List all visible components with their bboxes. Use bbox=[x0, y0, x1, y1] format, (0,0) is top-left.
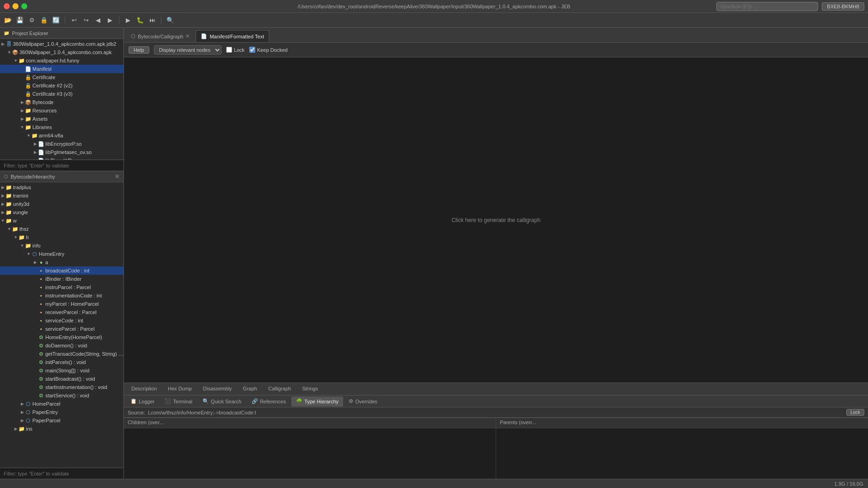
tree-item-4[interactable]: 🔒Certificate bbox=[0, 73, 123, 81]
tree-item-20[interactable]: ⚙getTransactCode(String, String) : int bbox=[0, 350, 123, 358]
tree-label-4: w bbox=[13, 218, 123, 223]
hierarchy-close-button[interactable]: ✕ bbox=[115, 173, 120, 180]
bottom-tab-disassembly[interactable]: Disassembly bbox=[197, 383, 237, 395]
keep-docked-checkbox[interactable] bbox=[249, 47, 255, 53]
tree-item-19[interactable]: ⚙doDaemon() : void bbox=[0, 341, 123, 350]
toolbar-refresh-icon[interactable]: 🔄 bbox=[51, 15, 61, 25]
tree-item-9[interactable]: ▶●a bbox=[0, 258, 123, 266]
omnibox-input[interactable] bbox=[716, 2, 818, 11]
display-nodes-select[interactable]: Display relevant nodes bbox=[154, 45, 222, 55]
tree-item-3[interactable]: 📄Manifest bbox=[0, 65, 123, 73]
tree-item-27[interactable]: ▶⬡PaperEntry bbox=[0, 408, 123, 416]
tree-item-9[interactable]: ▶📁Assets bbox=[0, 115, 123, 123]
help-button[interactable]: Help bbox=[129, 46, 149, 54]
calligraph-hint[interactable]: Click here to generate the calligraph bbox=[451, 217, 540, 223]
tree-item-2[interactable]: ▶📁unity3d bbox=[0, 200, 123, 208]
toolbar-run-icon[interactable]: ▶ bbox=[123, 15, 133, 25]
tree-item-1[interactable]: ▼📦360Wallpaper_1.0.4_apkcombo.com.apk bbox=[0, 48, 123, 56]
logger-tab-type-hierarchy[interactable]: 🌳Type Hierarchy bbox=[291, 396, 343, 407]
tree-item-28[interactable]: ▶⬡PaperParcel bbox=[0, 416, 123, 425]
tree-item-10[interactable]: ▪broadcastCode : int bbox=[0, 266, 123, 275]
jeb-button[interactable]: ΒΧΕ8-ΒΚΜΗ8 bbox=[822, 2, 864, 11]
tab-close-0[interactable]: ✕ bbox=[185, 33, 190, 39]
toolbar-back-icon[interactable]: ◀ bbox=[93, 15, 103, 25]
toolbar-separator-3 bbox=[161, 16, 161, 25]
toolbar-open-icon[interactable]: 📂 bbox=[3, 15, 13, 25]
logger-tab-logger[interactable]: 📋Logger bbox=[126, 396, 159, 407]
bottom-tab-strings[interactable]: Strings bbox=[296, 383, 323, 395]
toolbar-settings-icon[interactable]: ⚙ bbox=[27, 15, 37, 25]
project-filter-input[interactable] bbox=[0, 160, 123, 171]
tree-item-12[interactable]: ▶📄libEncryptorP.so bbox=[0, 140, 123, 148]
logger-tab-references[interactable]: 🔗References bbox=[247, 396, 290, 407]
tree-item-1[interactable]: ▶📁tramini bbox=[0, 191, 123, 200]
tab-icon-0: ⬡ bbox=[131, 33, 135, 39]
tree-item-7[interactable]: ▶📦Bytecode bbox=[0, 98, 123, 106]
tree-item-17[interactable]: ▪serviceParcel : Parcel bbox=[0, 325, 123, 333]
hierarchy-tree[interactable]: ▶📁tradplus▶📁tramini▶📁unity3d▶📁vungle▼📁w▼… bbox=[0, 182, 123, 468]
tree-item-8[interactable]: ▼⬡HomeEntry bbox=[0, 250, 123, 258]
tree-item-8[interactable]: ▶📁Resources bbox=[0, 106, 123, 115]
project-tree[interactable]: ▶🗄360Wallpaper_1.0.4_apkcombo.com.apk.jd… bbox=[0, 39, 123, 160]
close-button[interactable] bbox=[4, 3, 10, 9]
bottom-tab-graph[interactable]: Graph bbox=[237, 383, 263, 395]
tree-label-28: PaperParcel bbox=[32, 418, 123, 423]
bottom-tab-calligraph[interactable]: Calligraph bbox=[263, 383, 297, 395]
tree-item-10[interactable]: ▼📁Libraries bbox=[0, 123, 123, 131]
toolbar-redo-icon[interactable]: ↪ bbox=[81, 15, 91, 25]
tree-item-14[interactable]: ▶📄libThreeWP.so bbox=[0, 156, 123, 160]
tree-item-4[interactable]: ▼📁w bbox=[0, 216, 123, 225]
status-zoom: 1.9G / 16.0G bbox=[834, 481, 863, 487]
bottom-tab-description[interactable]: Description bbox=[126, 383, 162, 395]
tree-item-14[interactable]: ▪myParcel : HomeParcel bbox=[0, 300, 123, 308]
tree-item-18[interactable]: ⚙HomeEntry(HomeParcel) bbox=[0, 333, 123, 341]
tree-item-26[interactable]: ▶⬡HomeParcel bbox=[0, 400, 123, 408]
toolbar-save-icon[interactable]: 💾 bbox=[15, 15, 25, 25]
tree-item-5[interactable]: 🔒Certificate #2 (v2) bbox=[0, 81, 123, 90]
logger-tab-quick-search[interactable]: 🔍Quick Search bbox=[198, 396, 246, 407]
tree-item-16[interactable]: ▪serviceCode : int bbox=[0, 316, 123, 325]
tree-item-22[interactable]: ⚙main(String[]) : void bbox=[0, 366, 123, 375]
toolbar-search-icon[interactable]: 🔍 bbox=[165, 15, 175, 25]
logger-tab-icon-3: 🔗 bbox=[252, 398, 258, 404]
source-lock-button[interactable]: Lock bbox=[846, 409, 864, 416]
calligraph-area[interactable]: Click here to generate the calligraph bbox=[124, 57, 868, 383]
tree-item-11[interactable]: ▪iBinder : IBinder bbox=[0, 275, 123, 283]
editor-tab-1[interactable]: 📄Manifest/Formatted Text bbox=[196, 30, 269, 42]
toolbar-step-icon[interactable]: ⏭ bbox=[147, 15, 157, 25]
tree-item-6[interactable]: ▼📁h bbox=[0, 233, 123, 241]
tree-item-0[interactable]: ▶🗄360Wallpaper_1.0.4_apkcombo.com.apk.jd… bbox=[0, 40, 123, 48]
tree-item-7[interactable]: ▼📁info bbox=[0, 241, 123, 250]
tree-item-12[interactable]: ▪instruParcel : Parcel bbox=[0, 283, 123, 291]
maximize-button[interactable] bbox=[21, 3, 27, 9]
tree-item-13[interactable]: ▪instrumentationCode : int bbox=[0, 291, 123, 300]
minimize-button[interactable] bbox=[12, 3, 18, 9]
toolbar-debug-icon[interactable]: 🐛 bbox=[135, 15, 145, 25]
tree-arrow-29: ▶ bbox=[13, 426, 18, 431]
tree-item-2[interactable]: ▼📁com.wallpaper.hd.funny bbox=[0, 56, 123, 65]
tree-item-11[interactable]: ▼📁arm64-v8a bbox=[0, 131, 123, 140]
toolbar-lock-icon[interactable]: 🔒 bbox=[39, 15, 49, 25]
tree-item-13[interactable]: ▶📄libPglmetasec_ov.so bbox=[0, 148, 123, 156]
tree-item-15[interactable]: ▪receiverParcel : Parcel bbox=[0, 308, 123, 316]
tree-item-24[interactable]: ⚙startInstrumentation() : void bbox=[0, 383, 123, 391]
toolbar-undo-icon[interactable]: ↩ bbox=[69, 15, 79, 25]
toolbar-forward-icon[interactable]: ▶ bbox=[105, 15, 115, 25]
keep-docked-checkbox-label[interactable]: Keep Docked bbox=[249, 47, 288, 53]
tree-item-29[interactable]: ▶📁ins bbox=[0, 425, 123, 433]
tree-item-21[interactable]: ⚙initParcels() : void bbox=[0, 358, 123, 366]
lock-checkbox-label[interactable]: Lock bbox=[226, 47, 245, 53]
tree-item-0[interactable]: ▶📁tradplus bbox=[0, 183, 123, 191]
tree-item-5[interactable]: ▼📁thsz bbox=[0, 225, 123, 233]
bottom-tab-hex-dump[interactable]: Hex Dump bbox=[162, 383, 197, 395]
tree-item-3[interactable]: ▶📁vungle bbox=[0, 208, 123, 216]
lock-checkbox[interactable] bbox=[226, 47, 232, 53]
tree-item-25[interactable]: ⚙startService() : void bbox=[0, 391, 123, 400]
logger-tab-terminal[interactable]: ⬛Terminal bbox=[160, 396, 197, 407]
editor-tab-0[interactable]: ⬡Bytecode/Calligraph✕ bbox=[126, 30, 195, 42]
tree-label-10: broadcastCode : int bbox=[45, 268, 123, 273]
logger-tab-overrides[interactable]: ⚙Overrides bbox=[344, 396, 382, 407]
tree-item-6[interactable]: 🔒Certificate #3 (v3) bbox=[0, 90, 123, 98]
hierarchy-filter-input[interactable] bbox=[0, 468, 123, 479]
tree-item-23[interactable]: ⚙startBroadcast() : void bbox=[0, 375, 123, 383]
